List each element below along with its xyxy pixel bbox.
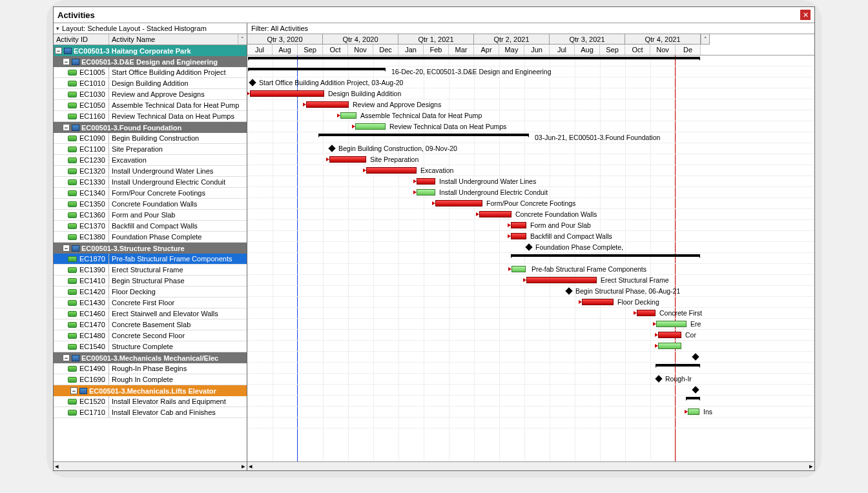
activity-row[interactable]: EC1490Rough-In Phase Begins <box>54 363 247 374</box>
activity-row[interactable]: EC1460Erect Stairwell and Elevator Walls <box>54 308 247 319</box>
gantt-area[interactable]: 16-Dec-20, EC00501-3.D&E Design and Engi… <box>247 55 814 461</box>
activity-row[interactable]: EC1350Concrete Foundation Walls <box>54 199 247 210</box>
collapse-toggle[interactable]: − <box>63 58 70 65</box>
gantt-bar[interactable] <box>417 189 435 196</box>
scroll-right-icon[interactable]: ▸ <box>242 462 245 470</box>
collapse-toggle[interactable]: − <box>63 124 70 131</box>
activity-row[interactable]: EC1030Review and Approve Designs <box>54 89 247 100</box>
gantt-bar[interactable] <box>306 101 349 108</box>
activity-row[interactable]: EC1870Pre-fab Structural Frame Component… <box>54 254 247 265</box>
gantt-bar[interactable] <box>417 178 435 185</box>
app-window: Activities ✕ ▾ Layout: Schedule Layout -… <box>53 6 815 471</box>
summary-bar[interactable] <box>656 364 699 367</box>
gantt-bar[interactable] <box>355 123 386 130</box>
gantt-bar[interactable] <box>656 321 687 327</box>
activity-name: Concrete Foundation Walls <box>109 199 247 209</box>
close-button[interactable]: ✕ <box>800 10 811 20</box>
activity-row[interactable]: EC1340Form/Pour Concrete Footings <box>54 188 247 199</box>
scroll-left-icon[interactable]: ◂ <box>249 462 253 470</box>
summary-bar[interactable] <box>319 134 528 136</box>
hscroll-left[interactable]: ◂ ▸ <box>54 461 247 470</box>
activity-id: EC1090 <box>79 134 105 142</box>
summary-bar[interactable] <box>249 57 699 59</box>
scroll-up-button[interactable]: ˄ <box>701 34 710 45</box>
wbs-group-row[interactable]: −EC00501-3.Mechanicals.Lifts Elevator <box>54 385 247 396</box>
gantt-bar[interactable] <box>511 233 526 239</box>
milestone[interactable] <box>692 386 699 393</box>
activity-name: Install Underground Electric Conduit <box>109 177 247 187</box>
milestone[interactable] <box>525 243 532 250</box>
month-header: Dec <box>373 45 398 55</box>
col-activity-id[interactable]: Activity ID <box>54 34 109 45</box>
activity-row[interactable]: EC1540Structure Complete <box>54 341 247 352</box>
gantt-bar[interactable] <box>250 90 324 97</box>
activity-row[interactable]: EC1520Install Elevator Rails and Equipme… <box>54 396 247 407</box>
wbs-group-row[interactable]: −EC00501-3 Haitang Corporate Park <box>54 45 247 56</box>
activity-row[interactable]: EC1005Start Office Building Addition Pro… <box>54 67 247 78</box>
summary-bar[interactable] <box>512 254 699 257</box>
bar-label: Ins <box>703 408 712 416</box>
gantt-bar[interactable] <box>658 343 681 349</box>
wbs-group-row[interactable]: −EC00501-3.Found Foundation <box>54 122 247 133</box>
activity-row[interactable]: EC1330Install Underground Electric Condu… <box>54 177 247 188</box>
gantt-bar[interactable] <box>366 167 417 174</box>
collapse-toggle[interactable]: − <box>63 245 70 252</box>
gantt-row <box>247 363 814 374</box>
activity-row[interactable]: EC1410Begin Structural Phase <box>54 276 247 287</box>
activity-row[interactable]: EC1090Begin Building Construction <box>54 133 247 144</box>
activity-icon <box>68 179 77 185</box>
activity-row[interactable]: EC1420Floor Decking <box>54 287 247 297</box>
activity-row[interactable]: EC1160Review Technical Data on Heat Pump… <box>54 111 247 122</box>
wbs-group-row[interactable]: −EC00501-3.Structure Structure <box>54 243 247 254</box>
activity-row[interactable]: EC1430Concrete First Floor <box>54 297 247 308</box>
summary-bar[interactable] <box>249 68 385 70</box>
activity-row[interactable]: EC1360Form and Pour Slab <box>54 210 247 221</box>
gantt-bar[interactable] <box>511 222 526 228</box>
activity-id: EC1010 <box>79 79 105 87</box>
activity-row[interactable]: EC1390Erect Structural Frame <box>54 265 247 276</box>
wbs-group-row[interactable]: −EC00501-3.Mechanicals Mechanical/Elec <box>54 352 247 363</box>
collapse-toggle[interactable]: − <box>63 354 70 361</box>
gantt-bar[interactable] <box>688 408 699 415</box>
activity-name: Install Underground Water Lines <box>109 166 247 176</box>
collapse-toggle[interactable]: − <box>55 47 62 54</box>
wbs-group-row[interactable]: −EC00501-3.D&E Design and Engineering <box>54 56 247 67</box>
scroll-up-button[interactable]: ˄ <box>238 34 247 45</box>
activity-row[interactable]: EC1100Site Preparation <box>54 144 247 155</box>
milestone[interactable] <box>692 353 699 360</box>
gantt-bar[interactable] <box>435 200 482 206</box>
activity-name: Begin Building Construction <box>109 133 247 143</box>
gantt-bar[interactable] <box>340 112 356 119</box>
milestone[interactable] <box>565 287 572 294</box>
month-header: Oct <box>323 45 348 55</box>
activity-row[interactable]: EC1710Install Elevator Cab and Finishes <box>54 407 247 418</box>
gantt-bar[interactable] <box>637 310 656 316</box>
gantt-bar[interactable] <box>526 277 597 283</box>
scroll-right-icon[interactable]: ▸ <box>809 462 813 470</box>
activity-row[interactable]: EC1230Excavation <box>54 155 247 166</box>
activity-row[interactable]: EC1690Rough In Complete <box>54 374 247 385</box>
activity-row[interactable]: EC1320Install Underground Water Lines <box>54 166 247 177</box>
activity-row[interactable]: EC1470Concrete Basement Slab <box>54 319 247 330</box>
collapse-toggle[interactable]: − <box>70 387 78 394</box>
milestone[interactable] <box>328 145 335 152</box>
gantt-bar[interactable] <box>658 332 681 338</box>
activity-row[interactable]: EC1380Foundation Phase Complete <box>54 232 247 243</box>
activity-row[interactable]: EC1370Backfill and Compact Walls <box>54 221 247 232</box>
scroll-left-icon[interactable]: ◂ <box>55 462 59 470</box>
hscroll-right[interactable]: ◂ ▸ <box>247 461 814 470</box>
gantt-bar[interactable] <box>329 156 366 163</box>
activity-tree[interactable]: −EC00501-3 Haitang Corporate Park−EC0050… <box>54 45 247 461</box>
milestone[interactable] <box>655 375 662 382</box>
layout-selector[interactable]: ▾ Layout: Schedule Layout - Stacked Hist… <box>54 23 247 34</box>
milestone[interactable] <box>249 79 256 86</box>
activity-name: Install Elevator Rails and Equipment <box>109 396 247 407</box>
gantt-bar[interactable] <box>479 211 512 217</box>
activity-row[interactable]: EC1480Concrete Second Floor <box>54 330 247 341</box>
col-activity-name[interactable]: Activity Name <box>109 34 238 45</box>
gantt-bar[interactable] <box>582 299 614 305</box>
activity-row[interactable]: EC1010Design Building Addition <box>54 78 247 89</box>
activity-row[interactable]: EC1050Assemble Technical Data for Heat P… <box>54 100 247 111</box>
gantt-bar[interactable] <box>512 266 526 272</box>
summary-bar[interactable] <box>687 397 699 399</box>
